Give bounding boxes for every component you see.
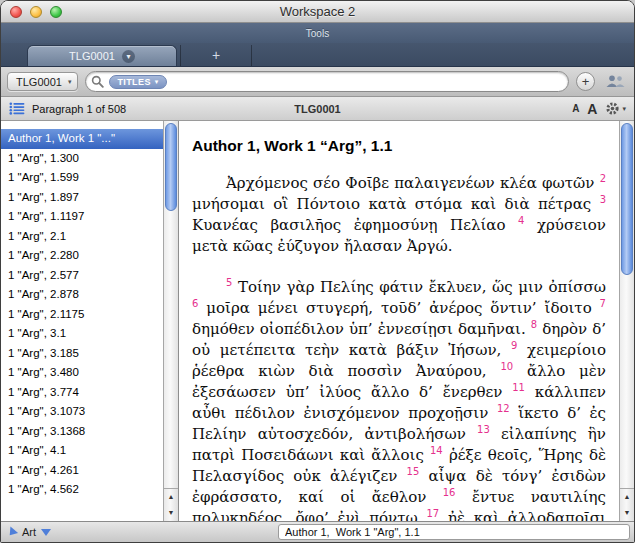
app-window: Workspace 2 Tools TLG0001 ▾ + TLG0001 ▾ … bbox=[0, 0, 635, 543]
line-number: 7 bbox=[600, 298, 606, 309]
line-number: 16 bbox=[443, 487, 456, 498]
people-icon bbox=[605, 74, 625, 89]
pane-header: Paragraph 1 of 508 TLG0001 A A ▾ bbox=[1, 97, 634, 121]
list-item[interactable]: 1 "Arg", 3.774 bbox=[1, 383, 163, 403]
scrollbar-thumb[interactable] bbox=[621, 123, 633, 275]
list-item[interactable]: 1 "Arg", 1.1197 bbox=[1, 207, 163, 227]
line-number: 6 bbox=[192, 298, 198, 309]
greek-paragraph: Ἀρχόμενος σέο Φοῖβε παλαιγενέων κλέα φωτ… bbox=[192, 173, 606, 257]
scrollbar-arrows: ▲ ▼ bbox=[164, 488, 178, 521]
line-number: 2 bbox=[600, 173, 606, 184]
action-menu-button[interactable]: ▾ bbox=[605, 101, 626, 116]
tab-label: TLG0001 bbox=[69, 50, 115, 62]
scroll-down-button[interactable]: ▼ bbox=[164, 505, 178, 521]
document-heading: Author 1, Work 1 “Arg”, 1.1 bbox=[192, 137, 606, 155]
list-item[interactable]: 1 "Arg", 3.1 bbox=[1, 324, 163, 344]
list-item[interactable]: 1 "Arg", 1.300 bbox=[1, 149, 163, 169]
tab-tlg0001[interactable]: TLG0001 ▾ bbox=[27, 45, 177, 66]
sidebar-list: Author 1, Work 1 "..."1 "Arg", 1.3001 "A… bbox=[1, 121, 163, 521]
chevron-down-icon: ▾ bbox=[155, 78, 159, 86]
list-item[interactable]: 1 "Arg", 3.1073 bbox=[1, 402, 163, 422]
list-item[interactable]: 1 "Arg", 4.261 bbox=[1, 461, 163, 481]
line-number: 8 bbox=[531, 319, 537, 330]
font-decrease-button[interactable]: A bbox=[572, 103, 579, 114]
corpus-dropdown-label: TLG0001 bbox=[16, 76, 62, 88]
list-item[interactable]: 1 "Arg", 1.897 bbox=[1, 188, 163, 208]
main-area: Author 1, Work 1 "..."1 "Arg", 1.3001 "A… bbox=[1, 121, 634, 521]
scroll-up-button[interactable]: ▲ bbox=[620, 489, 634, 505]
authors-browser-button[interactable] bbox=[602, 72, 628, 92]
add-tab-button[interactable]: + bbox=[180, 45, 252, 66]
pane-header-controls: A A ▾ bbox=[572, 101, 626, 117]
list-item[interactable]: 1 "Arg", 1.599 bbox=[1, 168, 163, 188]
scroll-up-button[interactable]: ▲ bbox=[164, 489, 178, 505]
title-bar: Workspace 2 bbox=[1, 1, 634, 23]
titles-filter-button[interactable]: TITLES ▾ bbox=[109, 75, 166, 89]
line-number: 4 bbox=[518, 215, 524, 226]
list-item[interactable]: 1 "Arg", 2.1175 bbox=[1, 305, 163, 325]
zoom-button[interactable] bbox=[50, 6, 62, 18]
line-number: 3 bbox=[600, 194, 606, 205]
search-field[interactable]: TITLES ▾ bbox=[85, 71, 569, 92]
scroll-down-button[interactable]: ▼ bbox=[620, 505, 634, 521]
search-toolbar: TLG0001 ▾ TITLES ▾ + bbox=[1, 67, 634, 97]
sidebar-scrollbar[interactable]: ▲ ▼ bbox=[163, 121, 178, 521]
triangle-icon[interactable] bbox=[6, 526, 18, 538]
tab-bar: TLG0001 ▾ + bbox=[1, 43, 634, 67]
list-item[interactable]: 1 "Arg", 4.562 bbox=[1, 480, 163, 500]
tools-label: Tools bbox=[306, 28, 329, 39]
chevron-down-icon[interactable]: ▾ bbox=[122, 50, 135, 63]
line-number: 14 bbox=[430, 445, 443, 456]
list-item[interactable]: 1 "Arg", 2.280 bbox=[1, 246, 163, 266]
list-item[interactable]: 1 "Arg", 3.185 bbox=[1, 344, 163, 364]
chevron-down-icon: ▾ bbox=[68, 78, 72, 86]
text-pane: Author 1, Work 1 “Arg”, 1.1 Ἀρχόμενος σέ… bbox=[179, 121, 619, 521]
add-button[interactable]: + bbox=[576, 72, 595, 91]
line-number: 5 bbox=[226, 277, 232, 288]
paragraph-status: Paragraph 1 of 508 bbox=[32, 103, 126, 115]
list-icon[interactable] bbox=[9, 102, 25, 115]
list-item[interactable]: 1 "Arg", 2.878 bbox=[1, 285, 163, 305]
list-item[interactable]: 1 "Arg", 2.577 bbox=[1, 266, 163, 286]
sidebar: Author 1, Work 1 "..."1 "Arg", 1.3001 "A… bbox=[1, 121, 179, 521]
line-number: 13 bbox=[477, 424, 490, 435]
line-number: 12 bbox=[497, 403, 510, 414]
window-title: Workspace 2 bbox=[280, 4, 356, 19]
list-item[interactable]: 1 "Arg", 2.1 bbox=[1, 227, 163, 247]
tools-strip: Tools bbox=[1, 23, 634, 43]
list-item[interactable]: Author 1, Work 1 "..." bbox=[1, 129, 163, 149]
search-input[interactable] bbox=[172, 73, 560, 90]
citation-level-control[interactable]: Art bbox=[7, 526, 51, 538]
scrollbar-thumb[interactable] bbox=[165, 123, 177, 211]
line-number: 15 bbox=[407, 466, 420, 477]
chevron-down-icon: ▾ bbox=[622, 105, 626, 113]
close-button[interactable] bbox=[10, 6, 22, 18]
line-number: 9 bbox=[511, 340, 517, 351]
list-item[interactable]: 1 "Arg", 3.1368 bbox=[1, 422, 163, 442]
scrollbar-arrows: ▲ ▼ bbox=[620, 488, 634, 521]
main-scrollbar[interactable]: ▲ ▼ bbox=[619, 121, 634, 521]
text-body: Ἀρχόμενος σέο Φοῖβε παλαιγενέων κλέα φωτ… bbox=[192, 173, 606, 521]
font-increase-button[interactable]: A bbox=[587, 101, 597, 117]
search-icon bbox=[91, 75, 104, 88]
window-controls bbox=[10, 6, 62, 18]
bottom-bar: Art bbox=[1, 521, 634, 542]
chevron-down-icon[interactable] bbox=[41, 529, 51, 536]
titles-filter-label: TITLES bbox=[117, 77, 150, 87]
corpus-dropdown[interactable]: TLG0001 ▾ bbox=[7, 72, 78, 91]
greek-paragraph: 5 Τοίην γὰρ Πελίης φάτιν ἔκλυεν, ὥς μιν … bbox=[192, 277, 606, 521]
list-item[interactable]: 1 "Arg", 4.1 bbox=[1, 441, 163, 461]
gear-icon bbox=[605, 101, 620, 116]
location-input[interactable] bbox=[278, 524, 630, 540]
list-item[interactable]: 1 "Arg", 3.480 bbox=[1, 363, 163, 383]
minimize-button[interactable] bbox=[30, 6, 42, 18]
line-number: 17 bbox=[426, 508, 439, 519]
line-number: 11 bbox=[512, 382, 525, 393]
line-number: 10 bbox=[500, 361, 513, 372]
citation-level-label: Art bbox=[22, 526, 36, 538]
